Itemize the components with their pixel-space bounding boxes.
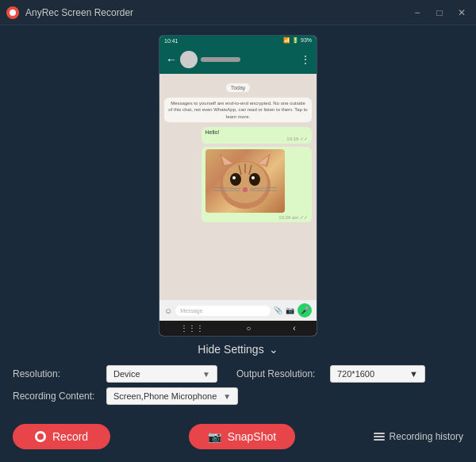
main-area: 10:41 📶 🔋 93% ← ⋮ Today Messages to your… xyxy=(0,25,476,462)
snapshot-button[interactable]: 📷 SnapShot xyxy=(189,424,296,449)
attach-icon[interactable]: 📎 xyxy=(274,306,282,314)
chat-bubble-image: 10:29 am ✓✓ xyxy=(202,147,313,222)
resolution-row: Resolution: Device ▼ Output Resolution: … xyxy=(13,365,463,383)
mic-icon[interactable]: 🎤 xyxy=(298,303,312,318)
recording-content-select[interactable]: Screen,Phone Microphone ▼ xyxy=(106,387,238,405)
history-line-2 xyxy=(374,436,385,437)
resolution-select[interactable]: Device ▼ xyxy=(106,365,217,383)
emoji-icon[interactable]: ☺ xyxy=(164,306,172,315)
minimize-button[interactable]: − xyxy=(409,5,425,21)
settings-panel: Resolution: Device ▼ Output Resolution: … xyxy=(0,359,476,416)
svg-point-6 xyxy=(230,173,241,186)
cat-image xyxy=(205,149,285,213)
resolution-label: Resolution: xyxy=(13,368,100,379)
svg-point-9 xyxy=(251,176,255,179)
status-icons: 📶 🔋 93% xyxy=(283,37,312,44)
svg-point-8 xyxy=(232,176,236,179)
resolution-select-arrow: ▼ xyxy=(202,370,210,379)
title-left: AnyRec Screen Recorder xyxy=(6,6,133,19)
history-label: Recording history xyxy=(390,431,463,442)
record-dot-icon xyxy=(37,433,44,440)
back-arrow-icon[interactable]: ← xyxy=(166,53,177,66)
image-time: 10:29 am ✓✓ xyxy=(205,214,309,220)
system-message: Messages to yourself are end-to-end encr… xyxy=(164,98,312,122)
chat-footer: ☺ Message 📎 📷 🎤 xyxy=(159,300,317,321)
recording-content-row: Recording Content: Screen,Phone Micropho… xyxy=(13,387,463,405)
nav-menu-icon[interactable]: ⋮⋮⋮ xyxy=(180,324,204,333)
chevron-down-icon: ⌄ xyxy=(269,343,278,356)
chat-header-left: ← xyxy=(166,51,240,68)
camera-icon[interactable]: 📷 xyxy=(286,306,294,314)
svg-point-7 xyxy=(249,173,260,186)
chat-bubble-hello: Hello! 10:19 ✓✓ xyxy=(202,127,313,144)
svg-point-10 xyxy=(243,187,248,191)
bubble-text-hello: Hello! xyxy=(205,129,309,135)
history-button[interactable]: Recording history xyxy=(374,431,463,442)
bottom-bar: Record 📷 SnapShot Recording history xyxy=(0,418,476,456)
message-input[interactable]: Message xyxy=(175,306,271,316)
chat-header: ← ⋮ xyxy=(159,45,317,74)
output-resolution-label: Output Resolution: xyxy=(236,368,324,379)
bubble-time-hello: 10:19 ✓✓ xyxy=(205,136,309,141)
app-title: AnyRec Screen Recorder xyxy=(25,7,133,18)
title-bar: AnyRec Screen Recorder − □ ✕ xyxy=(0,0,476,25)
close-button[interactable]: ✕ xyxy=(454,5,470,21)
hide-settings-bar[interactable]: Hide Settings ⌄ xyxy=(198,343,278,356)
chat-body: Today Messages to yourself are end-to-en… xyxy=(159,74,317,300)
app-icon-dot xyxy=(10,10,16,16)
output-select-arrow: ▼ xyxy=(409,369,418,379)
record-label: Record xyxy=(52,430,88,443)
record-button[interactable]: Record xyxy=(13,424,110,449)
snapshot-label: SnapShot xyxy=(228,430,277,443)
hide-settings-label: Hide Settings xyxy=(198,343,263,356)
status-time: 10:41 xyxy=(164,38,178,44)
phone-status-bar: 10:41 📶 🔋 93% xyxy=(159,36,317,45)
nav-back-icon[interactable]: ‹ xyxy=(293,324,295,333)
history-line-3 xyxy=(374,439,385,441)
snapshot-camera-icon: 📷 xyxy=(208,430,221,443)
app-icon xyxy=(6,6,19,19)
cat-svg xyxy=(205,149,285,213)
nav-home-icon[interactable]: ○ xyxy=(246,324,251,333)
history-lines-icon xyxy=(374,433,385,441)
contact-avatar xyxy=(180,51,198,68)
maximize-button[interactable]: □ xyxy=(432,5,447,21)
window-controls: − □ ✕ xyxy=(409,5,470,21)
app-icon-circle xyxy=(6,6,19,19)
contact-name xyxy=(201,57,240,62)
recording-content-label: Recording Content: xyxy=(13,391,100,402)
record-circle-icon xyxy=(35,431,46,442)
content-select-arrow: ▼ xyxy=(223,392,231,401)
history-line-1 xyxy=(374,433,385,434)
phone-screen: 10:41 📶 🔋 93% ← ⋮ Today Messages to your… xyxy=(159,35,317,337)
chat-menu-icon[interactable]: ⋮ xyxy=(301,54,310,65)
chat-screen: 10:41 📶 🔋 93% ← ⋮ Today Messages to your… xyxy=(159,36,317,336)
phone-nav-bar: ⋮⋮⋮ ○ ‹ xyxy=(159,321,317,336)
chat-date: Today xyxy=(164,79,312,93)
output-resolution-select[interactable]: 720*1600 ▼ xyxy=(330,365,425,383)
